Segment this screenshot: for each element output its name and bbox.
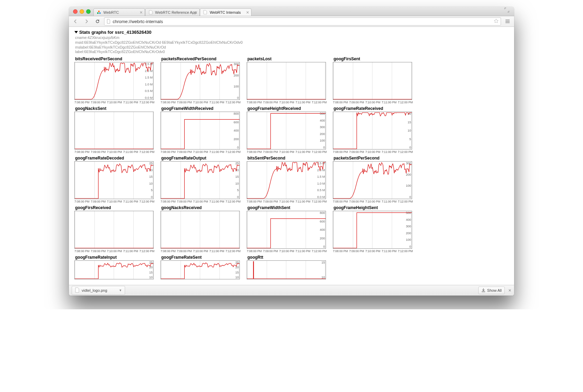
- chart-cell: googFirsReceived7:08:00 PM7:09:00 PM7:10…: [74, 205, 160, 253]
- chart-canvas: 5004003002001000: [333, 211, 412, 249]
- tab-label: WebRTC: [103, 10, 119, 14]
- tab-label: WebRTC Internals: [210, 10, 241, 14]
- chart-line: [247, 62, 326, 100]
- svg-point-2: [99, 12, 101, 13]
- back-button[interactable]: [71, 18, 80, 25]
- chart-canvas: [74, 112, 154, 149]
- browser-tab[interactable]: WebRTC Reference App✕: [145, 8, 200, 16]
- stats-meta-line: msid:6E9IaEYkyxIkTCxDgc82ZGoEhICfxNuCKrO…: [75, 40, 511, 45]
- chart-x-axis: 7:08:00 PM7:09:00 PM7:10:00 PM7:11:00 PM…: [74, 101, 154, 104]
- stats-meta: cname:4ZXkrucxjuzp/bKmmsid:6E9IaEYkyxIkT…: [75, 35, 511, 54]
- file-icon: [75, 287, 80, 293]
- chart-cell: packetsReceivedPerSecond30020010007:08:0…: [161, 56, 246, 104]
- chart-line: [75, 112, 153, 149]
- stats-meta-line: cname:4ZXkrucxjuzp/bKm: [75, 35, 511, 40]
- close-tab-icon[interactable]: ✕: [246, 10, 249, 14]
- stats-meta-line: mslabel:6E9IaEYkyxIkTCxDgc82ZGoEhICfxNuC…: [75, 45, 511, 50]
- chart-canvas: 2.5 M2.0 M1.5 M1.0 M0.5 M0.0 M: [247, 161, 326, 199]
- chart-title: googNacksReceived: [161, 205, 246, 210]
- reload-button[interactable]: [93, 18, 102, 25]
- chart-title: bitsSentPerSecond: [247, 156, 332, 161]
- chart-x-axis: 7:08:00 PM7:09:00 PM7:10:00 PM7:11:00 PM…: [161, 249, 241, 253]
- chart-line: [75, 211, 153, 248]
- chart-canvas: [161, 211, 240, 249]
- chart-line: [75, 162, 153, 199]
- chart-cell: googFrameRateOutput25201510507:08:00 PM7…: [161, 156, 246, 203]
- svg-point-1: [97, 12, 99, 13]
- stats-meta-line: label:6E9IaEYkyxIkTCxDgc82ZGoEhICfxNuCKr…: [75, 50, 511, 54]
- chart-cell: googFrameRateSent25201510: [161, 255, 246, 279]
- forward-button[interactable]: [82, 18, 91, 25]
- chart-line: [75, 261, 153, 279]
- browser-tab[interactable]: WebRTC✕: [93, 8, 145, 16]
- chart-line: [333, 112, 412, 149]
- chart-canvas: 2520151050: [161, 161, 240, 199]
- chart-title: googRtt: [247, 255, 332, 260]
- chart-x-axis: 7:08:00 PM7:09:00 PM7:10:00 PM7:11:00 PM…: [247, 249, 327, 253]
- chart-cell: googFrameRateDecoded25201510507:08:00 PM…: [74, 156, 160, 203]
- chart-title: googFirsSent: [333, 56, 418, 61]
- stats-section-title: Stats graphs for ssrc_4136526430: [79, 30, 152, 35]
- chart-canvas: 8006004002000: [161, 112, 240, 149]
- chart-line: [161, 162, 239, 199]
- chart-x-axis: 7:08:00 PM7:09:00 PM7:10:00 PM7:11:00 PM…: [161, 101, 241, 104]
- chart-line: [75, 62, 153, 100]
- stats-section-header[interactable]: Stats graphs for ssrc_4136526430: [74, 30, 511, 35]
- close-shelf-button[interactable]: ✕: [508, 288, 511, 293]
- disclosure-triangle-icon: [74, 31, 78, 33]
- chart-canvas: 25201510: [74, 260, 154, 279]
- chart-title: googFrameWidthSent: [247, 205, 332, 210]
- tab-icon: [148, 10, 153, 15]
- window-controls: [71, 9, 93, 16]
- close-window-button[interactable]: [73, 9, 78, 14]
- show-all-downloads-button[interactable]: Show All: [478, 287, 505, 294]
- bookmark-star-icon[interactable]: [494, 19, 499, 24]
- chart-x-axis: 7:08:00 PM7:09:00 PM7:10:00 PM7:11:00 PM…: [74, 200, 154, 203]
- download-filename: vidtel_logo.png: [82, 288, 107, 292]
- browser-tab[interactable]: WebRTC Internals✕: [200, 8, 252, 16]
- chart-title: bitsReceivedPerSecond: [74, 56, 160, 61]
- chart-x-axis: 7:08:00 PM7:09:00 PM7:10:00 PM7:11:00 PM…: [333, 249, 413, 253]
- chart-line: [247, 261, 326, 279]
- close-tab-icon[interactable]: ✕: [194, 10, 197, 14]
- minimize-window-button[interactable]: [80, 9, 84, 14]
- close-tab-icon[interactable]: ✕: [140, 10, 143, 14]
- chart-line: [333, 211, 412, 248]
- chart-line: [247, 112, 326, 149]
- chart-title: googFrameRateSent: [161, 255, 246, 260]
- chart-x-axis: 7:08:00 PM7:09:00 PM7:10:00 PM7:11:00 PM…: [247, 200, 327, 203]
- chart-x-axis: 7:08:00 PM7:09:00 PM7:10:00 PM7:11:00 PM…: [333, 200, 413, 203]
- chart-canvas: 2.5 M2.0 M1.5 M1.0 M0.5 M0.0 M: [74, 62, 154, 100]
- fullscreen-icon[interactable]: [504, 8, 512, 15]
- address-bar[interactable]: chrome://webrtc-internals: [104, 17, 501, 25]
- chart-canvas: [247, 62, 326, 100]
- chart-x-axis: 7:08:00 PM7:09:00 PM7:10:00 PM7:11:00 PM…: [247, 101, 327, 104]
- download-item[interactable]: vidtel_logo.png ▼: [72, 286, 125, 295]
- chart-title: googNacksSent: [74, 106, 160, 111]
- tab-strip: WebRTC✕WebRTC Reference App✕WebRTC Inter…: [69, 7, 514, 16]
- chart-line: [161, 211, 239, 248]
- chart-cell: googNacksSent7:08:00 PM7:09:00 PM7:10:00…: [74, 106, 160, 154]
- chart-line: [333, 162, 412, 199]
- chart-x-axis: 7:08:00 PM7:09:00 PM7:10:00 PM7:11:00 PM…: [247, 150, 327, 154]
- chart-title: googFrameHeightSent: [333, 205, 418, 210]
- chart-canvas: 20151050: [333, 112, 412, 149]
- chart-title: googFrameWidthReceived: [161, 106, 246, 111]
- download-shelf: vidtel_logo.png ▼ Show All ✕: [69, 285, 514, 296]
- chart-title: googFrameRateOutput: [161, 156, 246, 161]
- chart-canvas: [74, 211, 154, 249]
- chart-cell: bitsSentPerSecond2.5 M2.0 M1.5 M1.0 M0.5…: [247, 156, 332, 203]
- toolbar: chrome://webrtc-internals: [69, 16, 514, 27]
- chart-cell: googFirsSent7:08:00 PM7:09:00 PM7:10:00 …: [333, 56, 418, 104]
- chart-title: googFrameHeightReceived: [247, 106, 332, 111]
- chart-title: packetsReceivedPerSecond: [161, 56, 246, 61]
- chart-canvas: 1510: [247, 260, 326, 279]
- chart-line: [161, 62, 239, 100]
- chevron-down-icon[interactable]: ▼: [119, 289, 122, 292]
- chart-title: packetsSentPerSecond: [333, 156, 418, 161]
- chrome-menu-button[interactable]: [503, 18, 512, 25]
- chart-canvas: 3002001000: [333, 161, 412, 199]
- chart-line: [247, 162, 326, 199]
- chart-cell: bitsReceivedPerSecond2.5 M2.0 M1.5 M1.0 …: [74, 56, 160, 104]
- zoom-window-button[interactable]: [86, 9, 91, 14]
